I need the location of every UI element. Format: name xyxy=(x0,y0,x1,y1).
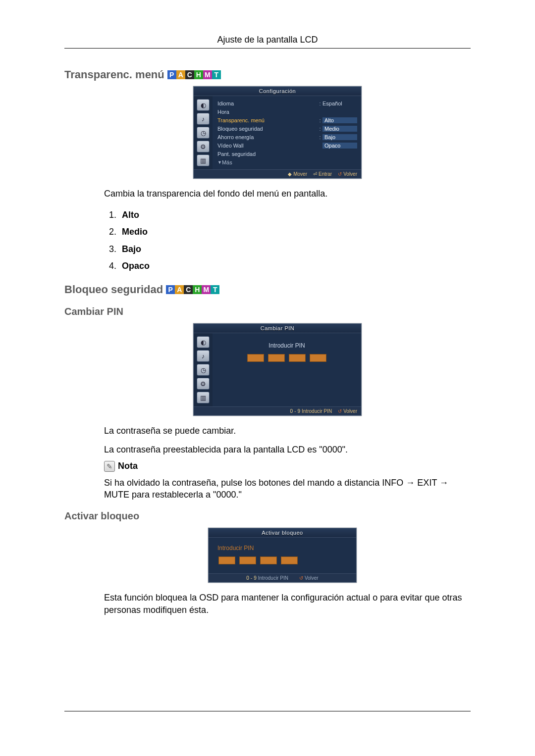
osd-row-hora: Hora xyxy=(217,107,357,116)
section-transparency-heading: Transparenc. menú P A C H M T xyxy=(64,68,471,81)
osd-foot-label: Volver xyxy=(343,408,357,414)
osd-value: Alto xyxy=(322,117,357,123)
osd-foot-back: ↺Volver xyxy=(299,575,319,581)
osd-icon-clock: ◷ xyxy=(197,364,210,376)
osd-foot-num: 0 - 9 Introducir PIN xyxy=(246,575,288,581)
badge-t: T xyxy=(212,70,221,79)
osd-value: Bajo xyxy=(322,134,357,140)
osd-cambiar-pin: Cambiar PIN ◐ ♪ ◷ ⚙ ▥ Introducir PIN xyxy=(193,323,362,416)
cambiar-pin-p1: La contraseña se puede cambiar. xyxy=(104,425,471,437)
pin-box xyxy=(289,354,306,362)
pin-box xyxy=(268,354,285,362)
osd-icon-multi: ▥ xyxy=(197,392,210,403)
pin-input-boxes xyxy=(218,556,347,564)
osd-menu-list: Idioma : Español Hora Transparenc. menú … xyxy=(213,96,361,169)
pin-box xyxy=(260,556,277,564)
pin-box xyxy=(247,354,264,362)
pin-box xyxy=(239,556,256,564)
option-opaco: Opaco xyxy=(119,257,471,274)
osd-sep: : xyxy=(318,117,322,123)
footer-rule xyxy=(64,711,471,711)
note-text: Si ha olvidado la contraseña, pulse los … xyxy=(104,477,471,501)
osd-icon-setup: ⚙ xyxy=(197,378,210,390)
cambiar-pin-p2: La contraseña preestablecida para la pan… xyxy=(104,444,471,455)
osd-row-ahorro: Ahorro energía : Bajo xyxy=(217,133,357,141)
pin-box xyxy=(218,556,235,564)
osd-foot-enter: ⏎Entrar xyxy=(313,171,332,177)
osd-foot-move: ◆Mover xyxy=(288,171,307,177)
osd-value: Medio xyxy=(322,126,357,132)
badge-h: H xyxy=(193,285,202,294)
osd-foot-label: Volver xyxy=(343,171,357,177)
osd-foot-label: 0 xyxy=(290,408,293,414)
transparency-options: Alto Medio Bajo Opaco xyxy=(119,206,471,274)
osd-value: Opaco xyxy=(322,143,357,149)
osd-icon-sound: ♪ xyxy=(197,113,210,125)
osd-icon-picture: ◐ xyxy=(197,99,210,111)
osd-foot-back: ↺Volver xyxy=(338,171,357,177)
badge-p: P xyxy=(167,70,176,79)
sub-cambiar-pin-heading: Cambiar PIN xyxy=(64,306,471,317)
badge-h: H xyxy=(194,70,203,79)
pin-input-boxes xyxy=(216,354,357,362)
osd-side-icons: ◐ ♪ ◷ ⚙ ▥ xyxy=(194,333,213,406)
osd-row-bloqueo: Bloqueo seguridad : Medio xyxy=(217,124,357,133)
osd-icon-sound: ♪ xyxy=(197,350,210,362)
pin-prompt: Introducir PIN xyxy=(217,545,347,552)
osd-side-icons: ◐ ♪ ◷ ⚙ ▥ xyxy=(194,96,213,169)
mode-badges: P A C H M T xyxy=(166,285,219,294)
osd-sep: : xyxy=(318,126,322,132)
badge-m: M xyxy=(202,285,211,294)
badge-c: C xyxy=(185,70,194,79)
osd-label: Transparenc. menú xyxy=(217,117,318,123)
osd-title: Configuración xyxy=(194,87,361,96)
osd-value: Español xyxy=(322,101,357,106)
osd-label: Hora xyxy=(217,109,318,115)
osd-label: Vídeo Wall xyxy=(217,143,318,149)
badge-a: A xyxy=(176,70,185,79)
osd-title: Activar bloqueo xyxy=(209,528,356,538)
osd-foot-label: Entrar xyxy=(319,171,332,177)
osd-row-transparency: Transparenc. menú : Alto xyxy=(217,116,357,124)
osd-title: Cambiar PIN xyxy=(194,324,361,333)
section1-desc: Cambia la transparencia del fondo del me… xyxy=(104,188,471,200)
pin-box xyxy=(310,354,326,362)
osd-foot-back: ↺Volver xyxy=(338,408,357,414)
osd-icon-setup: ⚙ xyxy=(197,141,210,152)
pin-box xyxy=(281,556,298,564)
osd-label: Ahorro energía xyxy=(217,134,318,140)
osd-more-label: Más xyxy=(222,159,357,165)
badge-c: C xyxy=(184,285,193,294)
note-label: Nota xyxy=(118,461,138,471)
header-rule xyxy=(64,48,471,49)
osd-foot-label: Introducir PIN xyxy=(302,408,332,414)
mode-badges: P A C H M T xyxy=(167,70,221,79)
page-header: Ajuste de la pantalla LCD xyxy=(64,35,471,48)
osd-foot-label: Mover xyxy=(293,171,307,177)
badge-p: P xyxy=(166,285,175,294)
osd-foot-label: 0 xyxy=(246,575,249,581)
badge-m: M xyxy=(203,70,212,79)
badge-a: A xyxy=(175,285,184,294)
pin-prompt: Introducir PIN xyxy=(216,342,357,349)
option-alto: Alto xyxy=(119,206,471,223)
osd-row-more: Más xyxy=(217,158,357,166)
heading-text: Transparenc. menú xyxy=(64,68,164,81)
note-icon: ✎ xyxy=(104,461,115,472)
osd-row-pantseg: Pant. seguridad xyxy=(217,150,357,158)
osd-activar-bloqueo: Activar bloqueo Introducir PIN 0 - 9 Int… xyxy=(208,528,357,583)
osd-label: Pant. seguridad xyxy=(217,151,318,157)
osd-icon-clock: ◷ xyxy=(197,127,210,139)
osd-footer: ◆Mover ⏎Entrar ↺Volver xyxy=(194,169,361,178)
osd-sep: : xyxy=(318,101,322,106)
osd-sep: : xyxy=(318,134,322,140)
option-medio: Medio xyxy=(119,223,471,240)
osd-configuracion: Configuración ◐ ♪ ◷ ⚙ ▥ Idioma : Español xyxy=(193,86,362,179)
osd-icon-multi: ▥ xyxy=(197,154,210,166)
osd-foot-label: Volver xyxy=(305,575,319,581)
osd-footer: 0 - 9 Introducir PIN ↺Volver xyxy=(209,573,356,582)
activar-bloqueo-desc: Esta función bloquea la OSD para mantene… xyxy=(104,592,471,616)
osd-icon-picture: ◐ xyxy=(197,336,210,348)
heading-text: Bloqueo seguridad xyxy=(64,283,163,296)
section-bloqueo-heading: Bloqueo seguridad P A C H M T xyxy=(64,283,471,296)
